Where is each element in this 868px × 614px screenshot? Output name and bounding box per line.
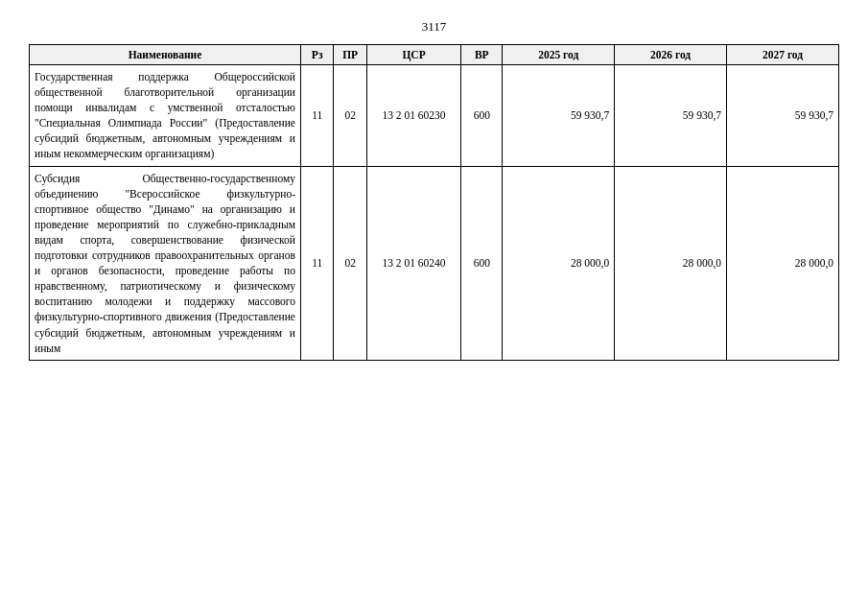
row-1-pr: 02 (334, 65, 366, 167)
row-2-2025: 28 000,0 (503, 166, 615, 360)
row-2-2026: 28 000,0 (615, 166, 727, 360)
header-name: Наименование (30, 45, 301, 65)
header-rz: Рз (300, 45, 333, 65)
row-2-rz: 11 (300, 166, 333, 360)
row-2-name: Субсидия Общественно-государственному об… (30, 166, 301, 360)
row-2-vr: 600 (461, 166, 503, 360)
row-1-csr: 13 2 01 60230 (366, 65, 460, 167)
budget-table: Наименование Рз ПР ЦСР ВР 2025 год 2026 … (29, 44, 839, 361)
table-row: Субсидия Общественно-государственному об… (30, 166, 839, 360)
row-1-name: Государственная поддержка Общероссийской… (30, 65, 301, 167)
row-2-2027: 28 000,0 (727, 166, 839, 360)
header-2026: 2026 год (615, 45, 727, 65)
table-row: Государственная поддержка Общероссийской… (30, 65, 839, 167)
header-vr: ВР (461, 45, 503, 65)
row-2-pr: 02 (334, 166, 366, 360)
header-csr: ЦСР (366, 45, 460, 65)
row-1-vr: 600 (461, 65, 503, 167)
header-pr: ПР (334, 45, 366, 65)
page-number: 3117 (29, 19, 839, 35)
row-2-csr: 13 2 01 60240 (366, 166, 460, 360)
header-2025: 2025 год (503, 45, 615, 65)
row-1-2027: 59 930,7 (727, 65, 839, 167)
header-2027: 2027 год (727, 45, 839, 65)
row-1-rz: 11 (300, 65, 333, 167)
row-1-2026: 59 930,7 (615, 65, 727, 167)
row-1-2025: 59 930,7 (503, 65, 615, 167)
